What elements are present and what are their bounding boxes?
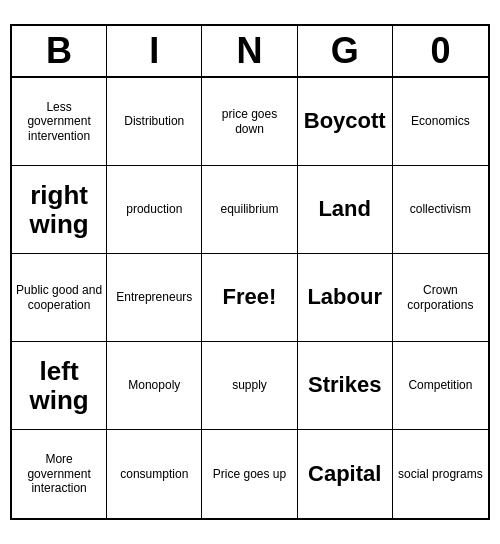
cell-text-r0-c1: Distribution bbox=[124, 114, 184, 128]
cell-r0-c2: price goes down bbox=[202, 78, 297, 166]
header-letter-N: N bbox=[202, 26, 297, 76]
bingo-grid: Less government interventionDistribution… bbox=[12, 78, 488, 518]
cell-text-r4-c3: Capital bbox=[308, 461, 381, 487]
cell-text-r4-c0: More government interaction bbox=[16, 452, 102, 495]
header-letter-B: B bbox=[12, 26, 107, 76]
cell-text-r0-c3: Boycott bbox=[304, 108, 386, 134]
cell-text-r2-c3: Labour bbox=[307, 284, 382, 310]
cell-text-r1-c3: Land bbox=[318, 196, 371, 222]
cell-r4-c4: social programs bbox=[393, 430, 488, 518]
cell-r3-c4: Competition bbox=[393, 342, 488, 430]
cell-text-r2-c1: Entrepreneurs bbox=[116, 290, 192, 304]
cell-text-r4-c2: Price goes up bbox=[213, 467, 286, 481]
cell-r0-c1: Distribution bbox=[107, 78, 202, 166]
cell-r0-c4: Economics bbox=[393, 78, 488, 166]
cell-r0-c3: Boycott bbox=[298, 78, 393, 166]
bingo-header: BING0 bbox=[12, 26, 488, 78]
cell-text-r1-c0: right wing bbox=[16, 181, 102, 238]
cell-r0-c0: Less government intervention bbox=[12, 78, 107, 166]
cell-text-r0-c4: Economics bbox=[411, 114, 470, 128]
cell-text-r2-c2: Free! bbox=[223, 284, 277, 310]
cell-text-r4-c1: consumption bbox=[120, 467, 188, 481]
cell-r4-c0: More government interaction bbox=[12, 430, 107, 518]
cell-text-r2-c0: Public good and cooperation bbox=[16, 283, 102, 312]
cell-r1-c3: Land bbox=[298, 166, 393, 254]
cell-r2-c0: Public good and cooperation bbox=[12, 254, 107, 342]
cell-r2-c1: Entrepreneurs bbox=[107, 254, 202, 342]
cell-r3-c1: Monopoly bbox=[107, 342, 202, 430]
header-letter-0: 0 bbox=[393, 26, 488, 76]
bingo-card: BING0 Less government interventionDistri… bbox=[10, 24, 490, 520]
cell-r1-c2: equilibrium bbox=[202, 166, 297, 254]
cell-r1-c1: production bbox=[107, 166, 202, 254]
cell-text-r0-c2: price goes down bbox=[206, 107, 292, 136]
cell-r1-c0: right wing bbox=[12, 166, 107, 254]
cell-r2-c4: Crown corporations bbox=[393, 254, 488, 342]
header-letter-I: I bbox=[107, 26, 202, 76]
cell-r4-c3: Capital bbox=[298, 430, 393, 518]
cell-text-r1-c1: production bbox=[126, 202, 182, 216]
cell-r2-c3: Labour bbox=[298, 254, 393, 342]
cell-text-r1-c4: collectivism bbox=[410, 202, 471, 216]
cell-text-r3-c0: left wing bbox=[16, 357, 102, 414]
cell-text-r0-c0: Less government intervention bbox=[16, 100, 102, 143]
header-letter-G: G bbox=[298, 26, 393, 76]
cell-text-r3-c4: Competition bbox=[408, 378, 472, 392]
cell-text-r3-c2: supply bbox=[232, 378, 267, 392]
cell-r3-c0: left wing bbox=[12, 342, 107, 430]
cell-r4-c1: consumption bbox=[107, 430, 202, 518]
cell-r3-c3: Strikes bbox=[298, 342, 393, 430]
cell-r2-c2: Free! bbox=[202, 254, 297, 342]
cell-r3-c2: supply bbox=[202, 342, 297, 430]
cell-text-r3-c3: Strikes bbox=[308, 372, 381, 398]
cell-r4-c2: Price goes up bbox=[202, 430, 297, 518]
cell-text-r2-c4: Crown corporations bbox=[397, 283, 484, 312]
cell-text-r3-c1: Monopoly bbox=[128, 378, 180, 392]
cell-text-r4-c4: social programs bbox=[398, 467, 483, 481]
cell-r1-c4: collectivism bbox=[393, 166, 488, 254]
cell-text-r1-c2: equilibrium bbox=[220, 202, 278, 216]
